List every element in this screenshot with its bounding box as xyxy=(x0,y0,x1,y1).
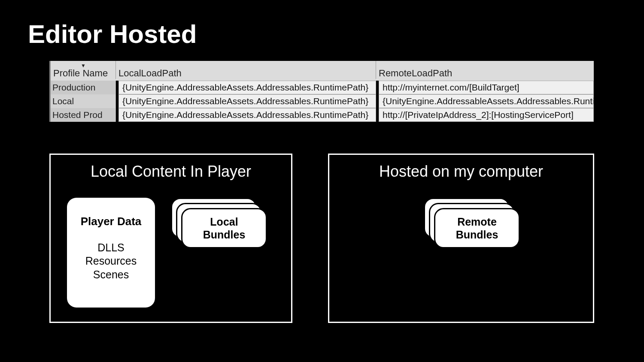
page-title: Editor Hosted xyxy=(28,19,197,49)
player-data-line: Scenes xyxy=(67,268,155,281)
table-row[interactable]: Local {UnityEngine.AddressableAssets.Add… xyxy=(51,94,594,108)
table-row[interactable]: Hosted Prod {UnityEngine.AddressableAsse… xyxy=(51,108,594,122)
player-data-line: DLLS xyxy=(67,241,155,254)
profiles-table: ▼ Profile Name LocalLoadPath RemoteLoadP… xyxy=(49,61,594,122)
table-row[interactable]: Production {UnityEngine.AddressableAsset… xyxy=(51,81,594,94)
stack-label: Remote xyxy=(457,215,497,228)
cell-local[interactable]: {UnityEngine.AddressableAssets.Addressab… xyxy=(118,94,376,108)
cell-remote[interactable]: {UnityEngine.AddressableAssets.Addressab… xyxy=(379,94,594,108)
cell-local[interactable]: {UnityEngine.AddressableAssets.Addressab… xyxy=(118,108,376,122)
panel-local-title: Local Content In Player xyxy=(51,163,291,181)
cell-remote[interactable]: http://[PrivateIpAddress_2]:[HostingServ… xyxy=(379,108,594,122)
cell-profile: Local xyxy=(51,94,116,108)
cell-remote[interactable]: http://myinternet.com/[BuildTarget] xyxy=(379,81,594,94)
player-data-card: Player Data DLLS Resources Scenes xyxy=(67,198,155,308)
cell-profile: Production xyxy=(51,81,116,94)
sort-caret-icon: ▼ xyxy=(81,63,86,69)
col-header-local-label: LocalLoadPath xyxy=(118,68,182,79)
stack-label: Local xyxy=(210,215,238,228)
stack-layer-front: Remote Bundles xyxy=(434,208,520,248)
stack-label: Bundles xyxy=(203,228,246,241)
panel-hosted-title: Hosted on my computer xyxy=(329,163,593,181)
table-header: ▼ Profile Name LocalLoadPath RemoteLoadP… xyxy=(51,61,594,81)
player-data-title: Player Data xyxy=(67,215,155,228)
col-header-profile[interactable]: ▼ Profile Name xyxy=(51,61,116,79)
cell-profile: Hosted Prod xyxy=(51,108,116,122)
player-data-line: Resources xyxy=(67,254,155,268)
cell-local[interactable]: {UnityEngine.AddressableAssets.Addressab… xyxy=(118,81,376,94)
col-header-remote[interactable]: RemoteLoadPath xyxy=(376,61,594,79)
panel-hosted: Hosted on my computer Remote Bundles xyxy=(328,154,594,323)
col-header-remote-label: RemoteLoadPath xyxy=(379,68,452,79)
col-header-local[interactable]: LocalLoadPath xyxy=(116,61,376,79)
stack-layer-front: Local Bundles xyxy=(181,208,267,248)
panel-local-content: Local Content In Player Player Data DLLS… xyxy=(49,154,292,323)
stack-label: Bundles xyxy=(456,228,498,241)
col-header-profile-label: Profile Name xyxy=(53,68,108,79)
